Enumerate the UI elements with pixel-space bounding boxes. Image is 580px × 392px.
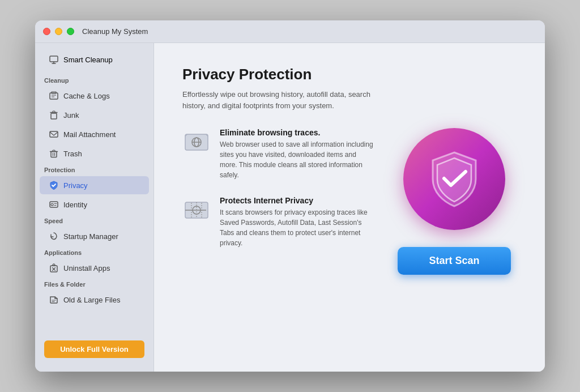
title-bar: Cleanup My System bbox=[35, 20, 545, 43]
feature-text-2: Protects Internet Privacy It scans brows… bbox=[220, 196, 375, 248]
section-files-label: Files & Folder bbox=[35, 278, 153, 290]
section-cleanup-label: Cleanup bbox=[35, 74, 153, 86]
feature-desc-1: Web browser used to save all information… bbox=[220, 139, 375, 180]
trash-label: Trash bbox=[63, 150, 82, 158]
feature-item-1: Eliminate browsing traces. Web browser u… bbox=[182, 128, 375, 180]
sidebar-item-trash[interactable]: Trash bbox=[40, 144, 149, 163]
svg-point-13 bbox=[51, 203, 53, 206]
feature-icon-browsing bbox=[182, 128, 211, 156]
feature-title-1: Eliminate browsing traces. bbox=[220, 128, 375, 137]
monitor-icon bbox=[49, 54, 59, 65]
junk-label: Junk bbox=[63, 111, 79, 120]
maximize-button[interactable] bbox=[67, 28, 74, 35]
privacy-shield-icon bbox=[49, 180, 59, 190]
identity-label: Identity bbox=[63, 201, 87, 209]
minimize-button[interactable] bbox=[55, 28, 62, 35]
sidebar-item-mail-attachment[interactable]: Mail Attachment bbox=[40, 125, 149, 143]
section-applications-label: Applications bbox=[35, 246, 153, 258]
sidebar-item-junk[interactable]: Junk bbox=[40, 106, 149, 124]
uninstall-icon bbox=[49, 263, 59, 273]
sidebar-item-startup-manager[interactable]: Startup Manager bbox=[40, 227, 149, 245]
feature-text-1: Eliminate browsing traces. Web browser u… bbox=[220, 128, 375, 180]
startup-manager-label: Startup Manager bbox=[63, 232, 118, 241]
old-large-files-label: Old & Large Files bbox=[63, 296, 120, 304]
svg-rect-8 bbox=[50, 131, 58, 137]
close-button[interactable] bbox=[43, 28, 50, 35]
mail-icon bbox=[49, 129, 59, 139]
features-list: Eliminate browsing traces. Web browser u… bbox=[182, 128, 375, 264]
sidebar-item-privacy[interactable]: Privacy bbox=[40, 176, 149, 194]
trash-icon bbox=[49, 148, 59, 159]
features-section: Eliminate browsing traces. Web browser u… bbox=[182, 128, 517, 275]
content-area: Privacy Protection Effortlessly wipe out… bbox=[154, 43, 545, 372]
cache-logs-icon bbox=[49, 91, 59, 101]
uninstall-apps-label: Uninstall Apps bbox=[63, 264, 110, 272]
feature-item-2: Protects Internet Privacy It scans brows… bbox=[182, 196, 375, 248]
sidebar-item-identity[interactable]: Identity bbox=[40, 195, 149, 214]
mail-attachment-label: Mail Attachment bbox=[63, 130, 116, 139]
feature-title-2: Protects Internet Privacy bbox=[220, 196, 375, 205]
unlock-full-version-button[interactable]: Unlock Full Version bbox=[44, 340, 144, 358]
svg-rect-3 bbox=[50, 93, 58, 99]
cache-logs-label: Cache & Logs bbox=[63, 92, 110, 100]
app-title: Cleanup My System bbox=[82, 27, 148, 36]
sidebar: Smart Cleanup Cleanup Cache & Logs bbox=[35, 43, 154, 372]
section-speed-label: Speed bbox=[35, 214, 153, 227]
sidebar-item-cache-logs[interactable]: Cache & Logs bbox=[40, 87, 149, 105]
startup-icon bbox=[49, 231, 59, 241]
sidebar-item-smart-cleanup[interactable]: Smart Cleanup bbox=[40, 50, 149, 69]
privacy-label: Privacy bbox=[63, 181, 88, 190]
junk-icon bbox=[49, 110, 59, 120]
feature-icon-privacy bbox=[182, 196, 211, 224]
start-scan-button[interactable]: Start Scan bbox=[398, 247, 511, 275]
app-window: Cleanup My System Smart Cleanup Cleanup bbox=[35, 20, 545, 372]
page-title: Privacy Protection bbox=[182, 66, 517, 83]
identity-icon bbox=[49, 199, 59, 210]
feature-desc-2: It scans browsers for privacy exposing t… bbox=[220, 207, 375, 248]
main-content: Smart Cleanup Cleanup Cache & Logs bbox=[35, 43, 545, 372]
files-icon bbox=[49, 295, 59, 305]
sidebar-item-uninstall-apps[interactable]: Uninstall Apps bbox=[40, 259, 149, 277]
svg-rect-0 bbox=[50, 56, 58, 62]
page-subtitle: Effortlessly wipe out browsing history, … bbox=[182, 89, 375, 111]
right-panel: Start Scan bbox=[392, 128, 517, 275]
shield-graphic bbox=[403, 128, 505, 230]
section-protection-label: Protection bbox=[35, 163, 153, 176]
smart-cleanup-label: Smart Cleanup bbox=[63, 56, 113, 64]
unlock-btn-container: Unlock Full Version bbox=[35, 334, 153, 365]
sidebar-item-old-large-files[interactable]: Old & Large Files bbox=[40, 291, 149, 309]
